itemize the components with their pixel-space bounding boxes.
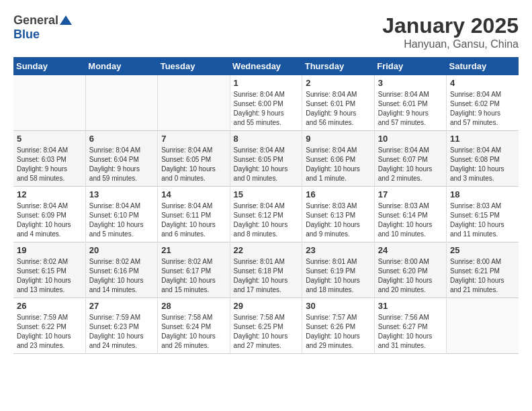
calendar-cell: 19Sunrise: 8:02 AMSunset: 6:15 PMDayligh… — [13, 242, 85, 298]
day-info: Sunrise: 8:04 AMSunset: 6:03 PMDaylight:… — [17, 146, 82, 183]
calendar-cell: 1Sunrise: 8:04 AMSunset: 6:00 PMDaylight… — [230, 75, 302, 131]
day-number: 30 — [306, 301, 370, 311]
day-number: 21 — [161, 245, 226, 255]
logo: General Blue — [13, 13, 72, 42]
day-number: 14 — [161, 189, 226, 199]
day-info: Sunrise: 8:04 AMSunset: 6:02 PMDaylight:… — [450, 90, 515, 128]
day-info: Sunrise: 8:00 AMSunset: 6:20 PMDaylight:… — [378, 257, 443, 295]
weekday-header-friday: Friday — [374, 57, 446, 75]
day-number: 4 — [450, 78, 515, 88]
weekday-header-wednesday: Wednesday — [230, 57, 302, 75]
calendar-cell — [85, 75, 157, 131]
day-number: 5 — [17, 134, 82, 144]
calendar-week-row: 12Sunrise: 8:04 AMSunset: 6:09 PMDayligh… — [13, 187, 519, 242]
calendar-cell: 20Sunrise: 8:02 AMSunset: 6:16 PMDayligh… — [85, 242, 157, 298]
weekday-header-thursday: Thursday — [302, 57, 374, 75]
day-number: 9 — [306, 134, 370, 144]
day-number: 3 — [378, 78, 443, 88]
day-number: 7 — [161, 134, 226, 144]
calendar-week-row: 19Sunrise: 8:02 AMSunset: 6:15 PMDayligh… — [13, 242, 519, 298]
logo-triangle-icon — [60, 14, 72, 26]
calendar-cell: 18Sunrise: 8:03 AMSunset: 6:15 PMDayligh… — [447, 187, 519, 242]
day-number: 12 — [17, 189, 82, 199]
calendar-cell — [447, 298, 519, 354]
day-number: 24 — [378, 245, 443, 255]
day-info: Sunrise: 8:04 AMSunset: 6:04 PMDaylight:… — [89, 146, 154, 183]
day-info: Sunrise: 8:04 AMSunset: 6:05 PMDaylight:… — [234, 146, 299, 183]
calendar-cell: 28Sunrise: 7:58 AMSunset: 6:24 PMDayligh… — [158, 298, 230, 354]
weekday-header-saturday: Saturday — [447, 57, 519, 75]
day-number: 20 — [89, 245, 154, 255]
day-info: Sunrise: 7:59 AMSunset: 6:22 PMDaylight:… — [17, 313, 82, 351]
calendar-cell: 23Sunrise: 8:01 AMSunset: 6:19 PMDayligh… — [302, 242, 374, 298]
weekday-header-sunday: Sunday — [13, 57, 85, 75]
day-info: Sunrise: 8:03 AMSunset: 6:15 PMDaylight:… — [450, 201, 515, 239]
day-info: Sunrise: 7:58 AMSunset: 6:24 PMDaylight:… — [161, 313, 226, 351]
calendar-cell: 12Sunrise: 8:04 AMSunset: 6:09 PMDayligh… — [13, 187, 85, 242]
day-number: 8 — [234, 134, 299, 144]
day-info: Sunrise: 8:04 AMSunset: 6:08 PMDaylight:… — [450, 146, 515, 183]
calendar-cell: 4Sunrise: 8:04 AMSunset: 6:02 PMDaylight… — [447, 75, 519, 131]
day-info: Sunrise: 8:04 AMSunset: 6:11 PMDaylight:… — [161, 201, 226, 239]
day-info: Sunrise: 8:01 AMSunset: 6:19 PMDaylight:… — [306, 257, 370, 295]
day-number: 22 — [234, 245, 299, 255]
calendar-table: SundayMondayTuesdayWednesdayThursdayFrid… — [13, 57, 519, 354]
day-info: Sunrise: 8:04 AMSunset: 6:06 PMDaylight:… — [306, 146, 370, 183]
calendar-subtitle: Hanyuan, Gansu, China — [382, 38, 519, 50]
calendar-week-row: 1Sunrise: 8:04 AMSunset: 6:00 PMDaylight… — [13, 75, 519, 131]
calendar-cell: 29Sunrise: 7:58 AMSunset: 6:25 PMDayligh… — [230, 298, 302, 354]
svg-marker-0 — [60, 15, 72, 25]
day-number: 10 — [378, 134, 443, 144]
day-number: 16 — [306, 189, 370, 199]
day-info: Sunrise: 7:58 AMSunset: 6:25 PMDaylight:… — [234, 313, 299, 351]
day-number: 2 — [306, 78, 370, 88]
calendar-cell: 22Sunrise: 8:01 AMSunset: 6:18 PMDayligh… — [230, 242, 302, 298]
calendar-cell: 27Sunrise: 7:59 AMSunset: 6:23 PMDayligh… — [85, 298, 157, 354]
day-info: Sunrise: 8:03 AMSunset: 6:13 PMDaylight:… — [306, 201, 370, 239]
day-info: Sunrise: 8:03 AMSunset: 6:14 PMDaylight:… — [378, 201, 443, 239]
logo-blue-text: Blue — [13, 28, 40, 41]
calendar-cell: 30Sunrise: 7:57 AMSunset: 6:26 PMDayligh… — [302, 298, 374, 354]
day-number: 25 — [450, 245, 515, 255]
day-info: Sunrise: 8:04 AMSunset: 6:05 PMDaylight:… — [161, 146, 226, 183]
day-info: Sunrise: 8:04 AMSunset: 6:01 PMDaylight:… — [306, 90, 370, 128]
logo-general-text: General — [13, 13, 58, 28]
calendar-cell: 15Sunrise: 8:04 AMSunset: 6:12 PMDayligh… — [230, 187, 302, 242]
calendar-cell: 6Sunrise: 8:04 AMSunset: 6:04 PMDaylight… — [85, 131, 157, 187]
calendar-cell: 9Sunrise: 8:04 AMSunset: 6:06 PMDaylight… — [302, 131, 374, 187]
day-info: Sunrise: 8:00 AMSunset: 6:21 PMDaylight:… — [450, 257, 515, 295]
day-number: 15 — [234, 189, 299, 199]
calendar-cell: 21Sunrise: 8:02 AMSunset: 6:17 PMDayligh… — [158, 242, 230, 298]
day-info: Sunrise: 8:04 AMSunset: 6:12 PMDaylight:… — [234, 201, 299, 239]
calendar-week-row: 5Sunrise: 8:04 AMSunset: 6:03 PMDaylight… — [13, 131, 519, 187]
title-block: January 2025 Hanyuan, Gansu, China — [382, 13, 519, 50]
day-info: Sunrise: 7:59 AMSunset: 6:23 PMDaylight:… — [89, 313, 154, 351]
calendar-cell: 10Sunrise: 8:04 AMSunset: 6:07 PMDayligh… — [374, 131, 446, 187]
day-number: 28 — [161, 301, 226, 311]
day-number: 13 — [89, 189, 154, 199]
day-info: Sunrise: 8:01 AMSunset: 6:18 PMDaylight:… — [234, 257, 299, 295]
calendar-cell: 25Sunrise: 8:00 AMSunset: 6:21 PMDayligh… — [447, 242, 519, 298]
day-info: Sunrise: 8:02 AMSunset: 6:15 PMDaylight:… — [17, 257, 82, 295]
calendar-cell — [13, 75, 85, 131]
day-info: Sunrise: 8:04 AMSunset: 6:00 PMDaylight:… — [234, 90, 299, 128]
calendar-cell: 26Sunrise: 7:59 AMSunset: 6:22 PMDayligh… — [13, 298, 85, 354]
calendar-cell: 3Sunrise: 8:04 AMSunset: 6:01 PMDaylight… — [374, 75, 446, 131]
day-info: Sunrise: 8:04 AMSunset: 6:01 PMDaylight:… — [378, 90, 443, 128]
day-number: 27 — [89, 301, 154, 311]
day-info: Sunrise: 7:56 AMSunset: 6:27 PMDaylight:… — [378, 313, 443, 351]
calendar-cell — [158, 75, 230, 131]
day-number: 17 — [378, 189, 443, 199]
day-number: 6 — [89, 134, 154, 144]
weekday-header-monday: Monday — [85, 57, 157, 75]
day-number: 31 — [378, 301, 443, 311]
calendar-week-row: 26Sunrise: 7:59 AMSunset: 6:22 PMDayligh… — [13, 298, 519, 354]
day-number: 19 — [17, 245, 82, 255]
calendar-cell: 11Sunrise: 8:04 AMSunset: 6:08 PMDayligh… — [447, 131, 519, 187]
calendar-cell: 14Sunrise: 8:04 AMSunset: 6:11 PMDayligh… — [158, 187, 230, 242]
calendar-title: January 2025 — [382, 13, 519, 38]
calendar-cell: 8Sunrise: 8:04 AMSunset: 6:05 PMDaylight… — [230, 131, 302, 187]
day-number: 11 — [450, 134, 515, 144]
calendar-cell: 31Sunrise: 7:56 AMSunset: 6:27 PMDayligh… — [374, 298, 446, 354]
calendar-cell: 5Sunrise: 8:04 AMSunset: 6:03 PMDaylight… — [13, 131, 85, 187]
